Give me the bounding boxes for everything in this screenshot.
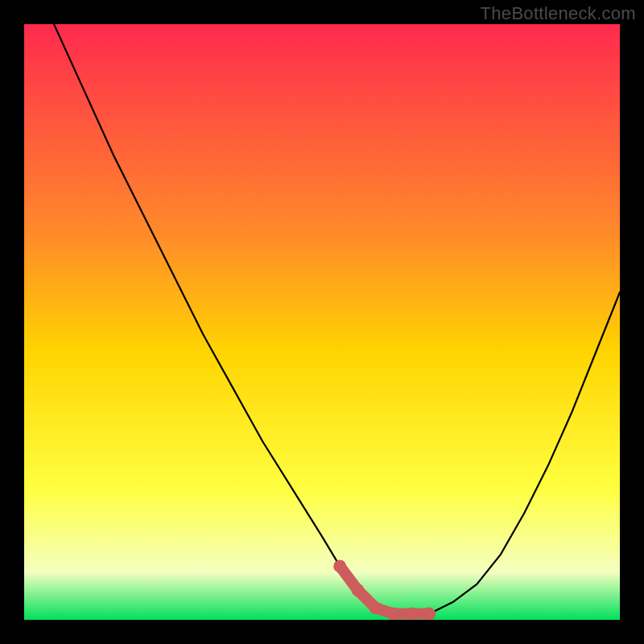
optimal-range-dot	[351, 584, 364, 597]
chart-frame: TheBottleneck.com	[0, 0, 644, 644]
optimal-range-dot	[369, 601, 382, 614]
gradient-background	[24, 24, 620, 620]
attribution-text: TheBottleneck.com	[481, 3, 636, 24]
optimal-range-dot	[333, 559, 346, 572]
optimal-range-dot	[423, 608, 436, 620]
optimal-range-dot	[405, 608, 418, 620]
optimal-range-dot	[387, 608, 400, 620]
bottleneck-plot	[24, 24, 620, 620]
